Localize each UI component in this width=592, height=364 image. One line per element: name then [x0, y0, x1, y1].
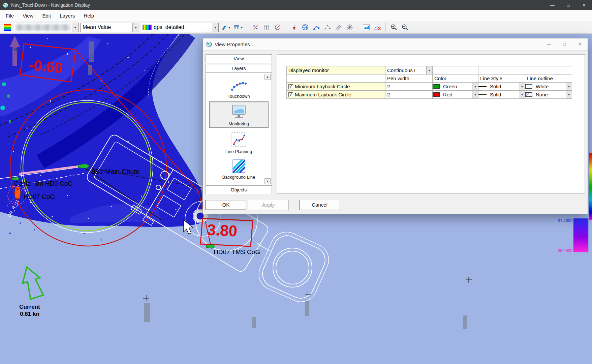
empty-cell	[525, 66, 572, 74]
minimize-button[interactable]: —	[544, 0, 560, 10]
close-profile-button[interactable]	[373, 23, 382, 32]
dialog-titlebar[interactable]: View Properties — □ ✕	[203, 38, 588, 51]
draw-tool-button[interactable]: ▾	[220, 23, 231, 32]
projection-button[interactable]	[301, 23, 310, 32]
layer-item-background-line[interactable]: Background Line	[209, 157, 269, 181]
zoom-out-button[interactable]	[400, 23, 410, 32]
chevron-down-icon[interactable]: ▾	[566, 83, 572, 90]
colormap-combo[interactable]: qps_detailed. ▾	[141, 23, 219, 32]
profile-chart-button[interactable]	[362, 23, 371, 32]
levels-button[interactable]	[262, 23, 271, 32]
maximize-button[interactable]: □	[560, 0, 576, 10]
menu-bar: File View Edit Layers Help	[0, 10, 592, 21]
chevron-down-icon[interactable]: ▾	[132, 23, 139, 32]
hd07-tms-cog-label: HD07 TMS CoG	[214, 248, 260, 255]
close-button[interactable]: ✕	[576, 0, 592, 10]
min-color-cell: Green ▾	[433, 83, 478, 91]
green-color-swatch	[433, 84, 440, 89]
min-line-outline-combo[interactable]: White ▾	[525, 83, 572, 90]
dialog-maximize-button[interactable]: □	[557, 38, 572, 50]
chevron-down-icon[interactable]: ▾	[228, 25, 231, 30]
colormap-swatch-icon	[143, 25, 152, 30]
statistic-combo-value: Mean Value	[81, 24, 132, 30]
scroll-down-button[interactable]: ▼	[264, 178, 271, 184]
compass-button[interactable]	[273, 23, 282, 32]
max-color-combo[interactable]: Red ▾	[433, 91, 478, 98]
survey-combo[interactable]: ▾	[14, 23, 79, 32]
solid-line-sample	[478, 86, 487, 87]
hd07-cog-label: HD07 CoG	[24, 193, 55, 200]
dialog-minimize-button[interactable]: —	[541, 38, 557, 50]
survey-value-2: 3.80	[207, 221, 238, 240]
menu-view[interactable]: View	[18, 11, 38, 20]
zoom-in-button[interactable]	[389, 23, 399, 32]
layer-item-line-planning[interactable]: Line Planning	[209, 129, 269, 155]
max-line-style-cell: Solid ▾	[478, 91, 525, 99]
grid-tool-button[interactable]: ▾	[233, 23, 244, 32]
white-color-swatch	[525, 84, 532, 89]
colormap-combo-value: qps_detailed.	[152, 24, 212, 30]
redacted-survey-name	[15, 24, 70, 31]
chevron-down-icon[interactable]: ▾	[519, 91, 525, 98]
chevron-down-icon[interactable]: ▾	[472, 83, 478, 90]
interpolate-button[interactable]	[251, 23, 260, 32]
rose-button[interactable]	[345, 23, 354, 32]
dialog-nav: View Layers ▲ ▼ Touchdown	[206, 54, 272, 194]
menu-edit[interactable]: Edit	[38, 11, 55, 20]
chevron-down-icon[interactable]: ▾	[240, 25, 243, 30]
column-header-pen-width: Pen width	[385, 74, 433, 83]
tab-layers[interactable]: Layers	[206, 64, 272, 73]
chevron-down-icon[interactable]: ▾	[426, 66, 432, 74]
chevron-down-icon[interactable]: ▾	[566, 91, 572, 98]
layer-label: Touchdown	[228, 94, 250, 99]
max-pen-width-cell[interactable]: 2	[385, 91, 433, 99]
min-pen-width-cell[interactable]: 2	[385, 83, 433, 91]
scroll-up-button[interactable]: ▲	[264, 74, 271, 80]
max-layback-checkbox[interactable]: ✓	[288, 92, 293, 97]
tab-objects[interactable]: Objects	[206, 185, 272, 194]
statistic-combo[interactable]: Mean Value ▾	[80, 23, 139, 32]
displayed-monitor-combo[interactable]: Continuous L ▾	[385, 66, 432, 74]
dialog-title: View Properties	[215, 41, 250, 47]
cancel-button[interactable]: Cancel	[299, 200, 340, 210]
cable-cog-label: Cable_8m HD0 CoG	[14, 180, 73, 187]
menu-layers[interactable]: Layers	[55, 11, 79, 20]
measure-points-button[interactable]	[323, 23, 332, 32]
tms-outline	[254, 227, 334, 307]
chevron-down-icon[interactable]: ▾	[212, 23, 218, 32]
layer-item-touchdown[interactable]: Touchdown	[209, 74, 269, 100]
menu-help[interactable]: Help	[79, 11, 98, 20]
max-line-style-combo[interactable]: Solid ▾	[478, 91, 525, 98]
plumb-button[interactable]	[289, 23, 299, 32]
min-layback-checkbox[interactable]: ✓	[288, 84, 293, 89]
globe-icon	[302, 24, 309, 31]
dialog-close-button[interactable]: ✕	[572, 38, 588, 50]
sliders-icon	[263, 24, 270, 31]
min-line-outline-cell: White ▾	[525, 83, 572, 91]
max-line-outline-combo[interactable]: None ▾	[525, 91, 572, 98]
tab-view[interactable]: View	[206, 54, 272, 63]
survey-value-1: -0.60	[28, 56, 63, 76]
app-globe-icon	[3, 2, 8, 8]
grid-icon	[233, 24, 240, 31]
displayed-monitor-label: Displayed monitor	[287, 66, 385, 74]
line-style-value: Solid	[488, 84, 519, 89]
chevron-down-icon[interactable]: ▾	[519, 83, 525, 90]
menu-file[interactable]: File	[1, 11, 18, 20]
colorbar-max-label: -31.4000	[557, 218, 573, 223]
color-scale-icon	[4, 24, 11, 31]
survey-box-2: 3.80	[200, 218, 253, 246]
ok-button[interactable]: OK	[206, 200, 246, 210]
min-color-combo[interactable]: Green ▾	[433, 83, 478, 90]
chevron-down-icon[interactable]: ▾	[472, 91, 478, 98]
min-line-style-combo[interactable]: Solid ▾	[478, 83, 525, 90]
layer-item-monitoring[interactable]: Monitoring	[209, 101, 269, 128]
toolbar-separator	[286, 23, 286, 31]
color-scale-button[interactable]	[3, 23, 12, 32]
chevron-down-icon[interactable]: ▾	[72, 23, 78, 32]
toolbar-separator	[247, 23, 247, 31]
measure-line-button[interactable]	[312, 23, 321, 32]
parallel-lines-button[interactable]	[334, 23, 343, 32]
spider-rose-icon	[346, 24, 353, 31]
apply-button[interactable]: Apply	[248, 200, 289, 210]
